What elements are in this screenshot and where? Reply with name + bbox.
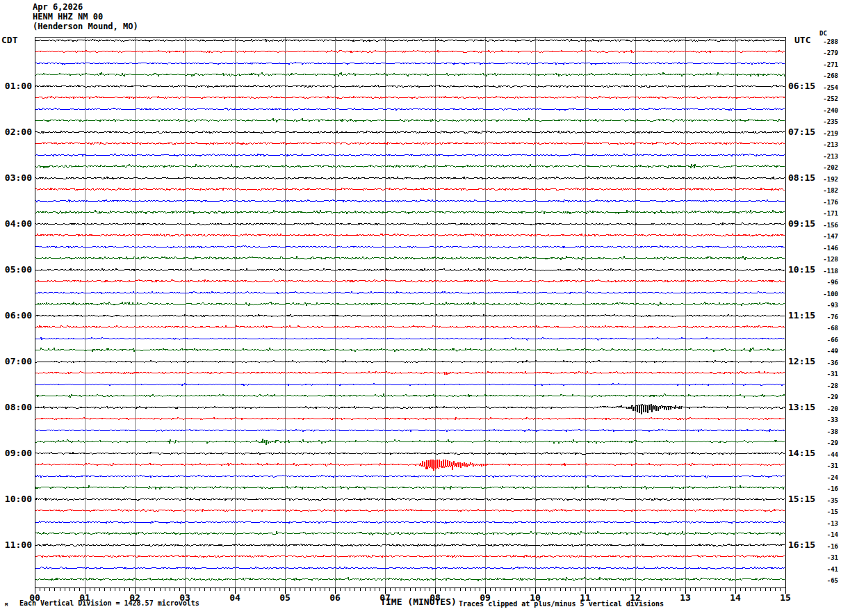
trace-row-2: [35, 50, 785, 53]
trace-row-4: [35, 72, 785, 76]
trace-row-42: [35, 509, 785, 512]
vertical-division-scale-note: Each Vertical Division = 1428.57 microvo…: [19, 599, 199, 607]
dc-offset-value: -213: [812, 153, 838, 160]
trace-row-3: [35, 62, 785, 65]
dc-offset-value: -279: [812, 49, 838, 56]
cdt-hour-label: 07:00: [0, 357, 32, 366]
clip-note: Traces clipped at plus/minus 5 vertical …: [459, 600, 664, 608]
trace-row-30: [35, 371, 785, 375]
trace-row-33: [35, 404, 785, 414]
trace-row-34: [35, 417, 785, 420]
cdt-hour-label: 04:00: [0, 219, 32, 229]
trace-row-35: [35, 429, 785, 432]
dc-offset-value: -24: [812, 474, 838, 481]
dc-offset-value: -240: [812, 107, 838, 114]
trace-row-24: [35, 302, 785, 306]
dc-offset-value: -49: [812, 348, 838, 355]
dc-offset-value: -118: [812, 268, 838, 275]
trace-row-11: [35, 154, 785, 156]
dc-offset-value: -271: [812, 61, 838, 68]
trace-row-28: [35, 348, 785, 352]
x-tick-label: 14: [725, 592, 746, 603]
dc-offset-value: -254: [812, 84, 838, 91]
trace-row-36: [35, 439, 785, 445]
dc-offset-value: -128: [812, 256, 838, 263]
trace-row-20: [35, 256, 785, 260]
dc-offset-value: -219: [812, 130, 838, 137]
dc-offset-value: -41: [812, 566, 838, 573]
trace-row-17: [35, 222, 785, 225]
dc-offset-value: -15: [812, 508, 838, 515]
dc-offset-value: -146: [812, 245, 838, 252]
dc-offset-value: -268: [812, 72, 838, 79]
trace-row-5: [35, 85, 785, 88]
cdt-hour-label: 05:00: [0, 265, 32, 275]
helicorder-screen: Apr 6,2026 HENM HHZ NM 00 (Henderson Mou…: [0, 0, 841, 616]
dc-offset-value: -16: [812, 543, 838, 550]
x-tick-label: 15: [775, 592, 796, 603]
trace-row-46: [35, 555, 785, 558]
trace-row-45: [35, 544, 785, 546]
dc-offset-value: -93: [812, 302, 838, 309]
cdt-hour-label: 01:00: [0, 81, 32, 91]
trace-row-21: [35, 268, 785, 271]
trace-row-37: [35, 452, 785, 455]
trace-row-18: [35, 234, 785, 236]
trace-row-44: [35, 531, 785, 535]
dc-offset-value: -156: [812, 222, 838, 229]
dc-offset-value: -29: [812, 394, 838, 400]
trace-row-14: [35, 188, 785, 191]
dc-offset-value: -31: [812, 554, 838, 561]
dc-offset-value: -96: [812, 279, 838, 286]
dc-offset-value: -176: [812, 199, 838, 206]
dc-offset-value: -20: [812, 405, 838, 412]
cdt-hour-label: 03:00: [0, 173, 32, 183]
dc-offset-value: -252: [812, 95, 838, 102]
dc-offset-value: -35: [812, 497, 838, 504]
cdt-hour-label: 10:00: [0, 494, 32, 504]
trace-row-41: [35, 498, 785, 501]
dc-offset-value: -29: [812, 439, 838, 446]
trace-row-19: [35, 245, 785, 248]
dc-offset-value: -28: [812, 382, 838, 389]
dc-offset-value: -31: [812, 371, 838, 378]
trace-row-32: [35, 394, 785, 398]
trace-row-7: [35, 108, 785, 111]
x-tick-label: 05: [275, 592, 295, 603]
trace-row-40: [35, 485, 785, 489]
trace-row-8: [35, 118, 785, 122]
dc-offset-value: -202: [812, 164, 838, 171]
trace-row-29: [35, 360, 785, 363]
dc-offset-value: -16: [812, 485, 838, 492]
trace-row-16: [35, 210, 785, 214]
cdt-hour-label: 11:00: [0, 540, 32, 550]
cdt-hour-label: 09:00: [0, 448, 32, 458]
trace-row-38: [35, 460, 785, 471]
trace-row-15: [35, 200, 785, 202]
trace-row-43: [35, 521, 785, 524]
dc-offset-value: -65: [812, 577, 838, 584]
trace-row-10: [35, 142, 785, 145]
dc-offset-value: -36: [812, 359, 838, 366]
dc-offset-value: -68: [812, 325, 838, 332]
x-tick-label: 13: [675, 592, 696, 603]
dc-offset-value: -213: [812, 141, 838, 148]
dc-offset-value: -235: [812, 118, 838, 125]
dc-offset-value: -14: [812, 531, 838, 538]
trace-row-22: [35, 279, 785, 282]
dc-offset-value: -76: [812, 314, 838, 321]
trace-row-31: [35, 383, 785, 386]
dc-offset-value: -33: [812, 416, 838, 423]
trace-row-9: [35, 131, 785, 133]
dc-offset-value: -13: [812, 520, 838, 527]
dc-offset-value: -38: [812, 428, 838, 435]
trace-row-1: [35, 39, 785, 42]
dc-offset-value: -44: [812, 451, 838, 458]
trace-row-6: [35, 96, 785, 99]
cdt-hour-label: 06:00: [0, 311, 32, 321]
cdt-hour-label: 02:00: [0, 127, 32, 137]
x-tick-label: 06: [325, 592, 345, 603]
dc-offset-value: -100: [812, 291, 838, 298]
dc-offset-value: -31: [812, 462, 838, 469]
seismogram-plot: [0, 0, 841, 616]
